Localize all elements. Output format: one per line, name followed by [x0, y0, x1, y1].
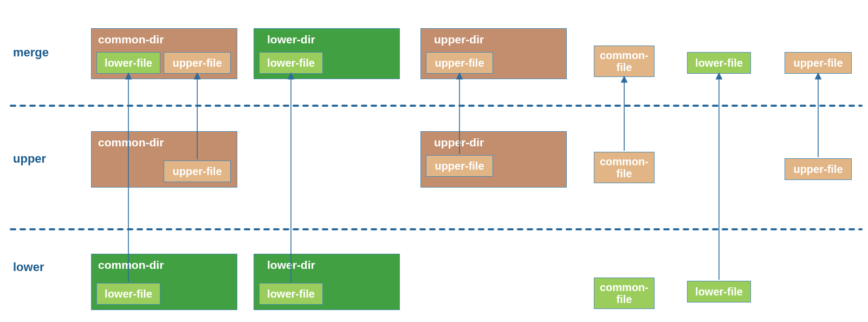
merge-upper-dir-title: upper-dir: [434, 33, 561, 46]
merge-lower-dir-title: lower-dir: [267, 33, 394, 46]
merge-upper-file: upper-file: [785, 52, 852, 74]
upper-common-dir-title: common-dir: [98, 136, 231, 149]
lower-lower-file: lower-file: [687, 281, 751, 302]
merge-common-dir-lower-file: lower-file: [96, 52, 160, 74]
merge-upper-dir-upper-file: upper-file: [426, 52, 493, 74]
merge-lower-dir-lower-file: lower-file: [259, 52, 323, 74]
merge-common-dir-upper-file: upper-file: [164, 52, 231, 74]
upper-common-dir-upper-file: upper-file: [164, 160, 231, 182]
lower-lower-dir-lower-file: lower-file: [259, 283, 323, 305]
lower-common-dir-title: common-dir: [98, 259, 231, 272]
upper-upper-dir-upper-file: upper-file: [426, 155, 493, 177]
row-label-merge: merge: [13, 46, 49, 60]
row-label-lower: lower: [13, 260, 44, 274]
row-label-upper: upper: [13, 152, 46, 166]
lower-lower-dir-title: lower-dir: [267, 259, 394, 272]
upper-common-file: common- file: [594, 152, 655, 183]
merge-lower-file: lower-file: [687, 52, 751, 74]
merge-common-file: common- file: [594, 46, 655, 77]
merge-common-dir-title: common-dir: [98, 33, 231, 46]
overlayfs-diagram: merge upper lower common-dir lower-file …: [0, 0, 868, 322]
upper-upper-file: upper-file: [785, 158, 852, 180]
lower-common-file: common- file: [594, 278, 655, 309]
lower-common-dir-lower-file: lower-file: [96, 283, 160, 305]
upper-upper-dir-title: upper-dir: [434, 136, 561, 149]
